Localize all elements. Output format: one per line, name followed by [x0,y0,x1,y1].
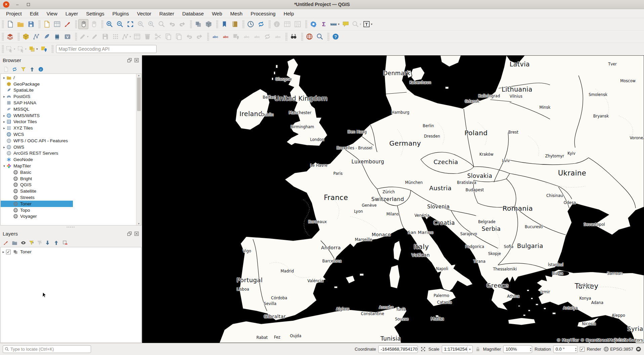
magnifier-spinner[interactable]: 100%▴▾ [503,345,532,353]
properties-widget-button[interactable] [38,66,44,72]
chevron-down-icon[interactable]: ▾ [2,164,6,168]
menu-processing[interactable]: Processing [247,9,280,18]
toolbar-grip[interactable] [327,33,330,41]
chevron-right-icon[interactable]: ▸ [2,120,6,123]
browser-item-spatialite[interactable]: SpatiaLite [1,87,136,94]
browser-item-xyz-tiles[interactable]: ▸XYZ Tiles [1,125,136,131]
menu-layer[interactable]: Layer [61,9,82,18]
text-annotation-button[interactable]: ▾ [362,19,373,29]
browser-item-qgis[interactable]: QGIS [1,182,136,188]
toolbar-grip[interactable] [301,33,303,41]
data-source-manager-button[interactable] [5,32,15,42]
remove-layer-button[interactable] [62,240,68,246]
new-mesh-layer-button[interactable] [52,32,62,42]
browser-float-button[interactable] [127,58,132,63]
add-group-button[interactable] [12,240,17,246]
zoom-full-button[interactable] [125,19,135,29]
new-shapefile-layer-button[interactable] [31,32,41,42]
menu-settings[interactable]: Settings [82,9,108,18]
browser-item-root[interactable]: ▸/ [1,74,136,81]
chevron-right-icon[interactable]: ▸ [2,145,6,149]
show-statistics-button[interactable] [319,19,329,29]
zoom-out-button[interactable] [115,19,125,29]
maptiler-geocoding-button[interactable] [39,44,49,54]
project-save-button[interactable] [26,19,36,29]
layer-item-toner[interactable]: ▸✓Toner [1,248,141,255]
browser-item-arcgis-rest-servers[interactable]: ArcGIS REST Servers [1,150,136,157]
toolbar-grip[interactable] [207,33,209,41]
render-checkbox[interactable]: ✓ [580,347,585,352]
toolbar-grip[interactable] [305,20,307,28]
chevron-right-icon[interactable]: ▸ [2,95,6,98]
collapse-all-button[interactable] [29,66,35,72]
layers-close-button[interactable] [134,231,139,236]
browser-item-ows[interactable]: ▸OWS [1,144,136,150]
new-spatial-bookmark-button[interactable] [219,19,229,29]
scale-combo[interactable]: 1:17194254▾ [442,345,473,353]
browser-item-basic[interactable]: Basic [1,169,136,175]
filter-legend-button[interactable]: ▾ [29,240,34,246]
browser-item-wcs[interactable]: WCS [1,131,136,138]
chevron-right-icon[interactable]: ▸ [2,114,6,117]
browser-item-geopackage[interactable]: GeoPackage [1,81,136,87]
extents-icon[interactable] [420,346,426,352]
chevron-down-icon[interactable]: ▾ [25,47,27,51]
new-print-layout-button[interactable] [42,19,52,29]
chevron-down-icon[interactable]: ▾ [36,47,38,51]
processing-toolbox-button[interactable] [308,19,318,29]
toolbar-grip[interactable] [101,20,103,28]
show-layout-manager-button[interactable] [52,19,62,29]
locator-input[interactable] [10,347,89,352]
layer-visibility-checkbox[interactable]: ✓ [6,250,11,254]
chevron-right-icon[interactable]: ▸ [1,250,6,254]
zoom-in-button[interactable] [104,19,115,29]
scrollbar-thumb[interactable] [137,78,141,111]
toolbar-grip[interactable] [2,45,4,53]
chevron-down-icon[interactable]: ▾ [14,47,15,51]
filter-browser-button[interactable] [20,66,26,72]
toolbar-grip[interactable] [51,45,54,53]
locator-bar[interactable] [3,345,91,353]
menu-mesh[interactable]: Mesh [226,9,247,18]
menu-project[interactable]: Project [2,9,26,18]
toolbar-grip[interactable] [75,33,77,41]
scroll-down-icon[interactable]: ▾ [138,222,139,225]
refresh-browser-button[interactable] [12,66,17,72]
browser-item-vector-tiles[interactable]: ▸Vector Tiles [1,119,136,125]
expand-all-button[interactable] [45,240,50,246]
menu-database[interactable]: Database [178,9,208,18]
measure-line-button[interactable]: ▾ [329,19,340,29]
toolbar-grip[interactable] [2,33,4,41]
layer-labeling-button[interactable] [210,32,220,42]
chevron-down-icon[interactable]: ▾ [467,346,471,353]
browser-item-topo[interactable]: Topo [1,207,136,213]
browser-item-sap-hana[interactable]: SAP HANA [1,100,136,106]
toolbar-grip[interactable] [38,20,41,28]
maximize-button[interactable] [25,1,32,8]
dock-splitter[interactable]: ••••• [0,225,142,229]
toolbar-grip[interactable] [2,20,4,28]
toolbar-grip[interactable] [216,20,218,28]
crs-button[interactable]: EPSG:3857 [603,346,633,352]
browser-item-maptiler[interactable]: ▾MapTiler [1,163,136,169]
menu-plugins[interactable]: Plugins [109,9,133,18]
menu-web[interactable]: Web [208,9,226,18]
chevron-down-icon[interactable]: ▾ [371,22,373,26]
help-contents-button[interactable] [331,32,341,42]
toolbar-grip[interactable] [190,20,192,28]
layers-float-button[interactable] [127,231,132,236]
temporal-controller-button[interactable] [246,19,256,29]
new-spatialite-layer-button[interactable] [42,32,52,42]
pan-map-button[interactable] [78,19,88,29]
minimize-button[interactable]: – [14,1,20,8]
browser-scrollbar[interactable]: ▴ ▾ [136,74,141,225]
toolbar-grip[interactable] [268,20,271,28]
browser-item-wfs-ogc-api-features[interactable]: WFS / OGC API - Features [1,138,136,144]
open-layer-styling-button[interactable] [3,240,9,246]
chevron-down-icon[interactable]: ▾ [338,22,340,26]
chevron-down-icon[interactable]: ▾ [360,22,361,26]
new-map-view-button[interactable] [193,19,203,29]
new-geopackage-layer-button[interactable] [21,32,31,42]
geocoding-plugin-button[interactable] [304,32,314,42]
style-manager-button[interactable] [62,19,73,29]
